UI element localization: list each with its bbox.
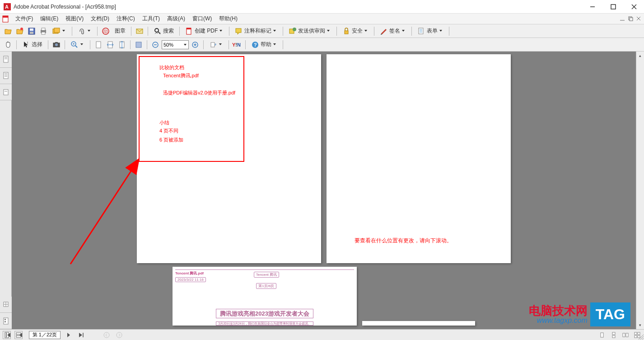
svg-point-24 [155,28,159,32]
mdi-minimize-icon[interactable] [620,16,626,22]
security-button[interactable]: 安全 [340,26,371,37]
attach-button[interactable] [75,26,94,37]
svg-line-93 [642,338,644,340]
fit-visible-icon[interactable] [117,39,127,50]
help-button[interactable]: ?帮助 [248,39,280,50]
sign-button[interactable]: 签名 [377,26,409,37]
pdf-page-1: 比较的文档 Tencent腾讯.pdf 迅捷PDF编辑器v2.0使用手册.pdf… [137,54,321,263]
pdf-page-2: 要查看在什么位置有更改，请向下滚动。 [327,54,511,263]
hand-tool-icon[interactable] [3,39,14,50]
select-tool-button[interactable]: I选择 [19,39,45,50]
menu-help[interactable]: 帮助(H) [215,14,241,24]
close-button[interactable] [628,2,640,11]
layout-continuous-icon[interactable] [610,331,618,339]
svg-rect-9 [630,18,633,21]
pdf-page-4 [362,321,475,326]
comments-tab[interactable] [0,313,12,329]
document-view[interactable]: 比较的文档 Tencent腾讯.pdf 迅捷PDF编辑器v2.0使用手册.pdf… [12,52,636,329]
compare-file2: 迅捷PDF编辑器v2.0使用手册.pdf [163,90,235,96]
nav-back-button[interactable] [102,331,111,340]
stamp-button[interactable]: 图章 [112,26,128,36]
fit-page-icon[interactable] [93,39,104,50]
menu-edit[interactable]: 编辑(E) [37,14,62,24]
rotate-button[interactable] [206,39,226,50]
scroll-up-icon[interactable]: ▴ [636,52,644,60]
watermark-tag: TAG [590,302,630,326]
search-button[interactable]: 搜索 [151,26,177,37]
open-icon[interactable] [3,26,14,37]
svg-point-12 [20,28,23,30]
svg-point-80 [104,332,109,338]
svg-rect-82 [601,333,603,337]
zoom-in-button[interactable] [68,39,87,50]
organizer-button[interactable] [50,26,69,37]
maximize-button[interactable] [607,2,620,11]
svg-rect-83 [612,332,615,335]
svg-rect-59 [4,56,8,62]
snapshot-tool-icon[interactable] [51,39,62,50]
minimize-button[interactable] [586,2,599,11]
create-pdf-label: 创建 PDF [195,27,218,35]
zoom-level-select[interactable]: 50% [162,40,189,49]
actual-size-icon[interactable] [133,39,144,50]
svg-rect-39 [55,42,58,43]
svg-text:A: A [5,4,9,9]
menu-file[interactable]: 文件(F) [12,14,37,24]
last-page-button[interactable] [77,331,86,340]
first-page-button[interactable] [4,331,13,340]
menu-tools[interactable]: 工具(T) [139,14,163,24]
quick-open-icon[interactable] [14,26,25,37]
stamp-icon[interactable]: 印 [100,26,111,37]
svg-text:印: 印 [103,29,108,34]
menu-comments[interactable]: 注释(C) [113,14,139,24]
search-label: 搜索 [163,27,174,35]
mdi-restore-icon[interactable] [628,16,634,22]
scroll-down-icon[interactable]: ▾ [636,321,644,329]
comment-markup-label: 注释和标记 [244,27,271,35]
yn-icon[interactable]: Y!N [232,39,243,50]
svg-point-81 [117,332,122,338]
svg-rect-14 [30,28,33,31]
svg-rect-3 [611,5,616,9]
nav-forward-button[interactable] [115,331,124,340]
bookmarks-tab[interactable] [0,68,12,84]
mdi-close-icon[interactable] [636,16,642,22]
resize-grip-icon[interactable] [637,333,644,340]
sign-label: 签名 [389,27,400,35]
comment-markup-button[interactable]: 注释和标记 [232,26,280,37]
layout-single-icon[interactable] [598,331,606,339]
svg-rect-44 [96,42,101,48]
menu-window[interactable]: 窗口(W) [189,14,215,24]
fit-width-icon[interactable] [105,39,116,50]
prev-page-button[interactable] [16,331,25,340]
form-label: 表单 [427,27,438,35]
menu-advanced[interactable]: 高级(A) [163,14,189,24]
page-number-input[interactable]: 第 1／22页 [29,331,61,339]
create-pdf-button[interactable]: 创建 PDF [182,26,226,37]
menu-document[interactable]: 文档(D) [87,14,113,24]
app-icon: A [4,3,11,10]
help-label: 帮助 [261,41,271,48]
save-icon[interactable] [26,26,37,37]
vertical-scrollbar[interactable]: ▴ ▾ [636,52,644,329]
svg-rect-62 [4,72,8,79]
form-button[interactable]: 表单 [415,26,446,37]
layout-facing-icon[interactable] [621,331,630,339]
zoom-in2-icon[interactable] [190,39,201,50]
email-icon[interactable] [134,26,145,37]
attachments-tab[interactable] [0,297,12,313]
svg-rect-20 [54,28,60,33]
svg-rect-55 [211,42,215,47]
svg-point-30 [293,28,296,31]
send-review-button[interactable]: 发送供审阅 [286,26,334,37]
summary-title: 小结 [159,119,169,126]
svg-rect-31 [345,31,348,34]
menu-view[interactable]: 视图(V) [62,14,87,24]
zoom-out-icon[interactable] [150,39,161,50]
pages-tab[interactable] [0,52,12,68]
svg-rect-18 [42,32,45,34]
watermark-url: www.tagxp.com [529,316,588,325]
next-page-button[interactable] [64,331,73,340]
print-icon[interactable] [38,26,49,37]
signatures-tab[interactable] [0,84,12,100]
